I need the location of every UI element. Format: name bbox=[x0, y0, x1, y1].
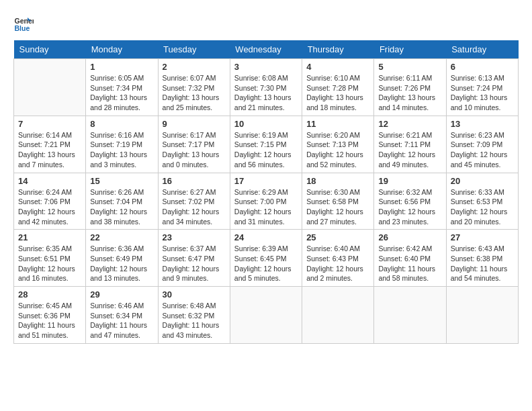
calendar-cell: 8Sunrise: 6:16 AM Sunset: 7:19 PM Daylig… bbox=[86, 116, 158, 173]
calendar-cell: 14Sunrise: 6:24 AM Sunset: 7:06 PM Dayli… bbox=[14, 173, 86, 230]
calendar-cell: 3Sunrise: 6:08 AM Sunset: 7:30 PM Daylig… bbox=[230, 59, 302, 116]
day-number: 21 bbox=[18, 232, 81, 242]
day-number: 3 bbox=[234, 62, 298, 72]
calendar-cell: 24Sunrise: 6:39 AM Sunset: 6:45 PM Dayli… bbox=[230, 230, 302, 287]
day-number: 26 bbox=[378, 232, 441, 242]
calendar-cell: 25Sunrise: 6:40 AM Sunset: 6:43 PM Dayli… bbox=[302, 230, 374, 287]
day-info: Sunrise: 6:35 AM Sunset: 6:51 PM Dayligh… bbox=[18, 244, 81, 283]
calendar-cell bbox=[446, 287, 518, 344]
day-info: Sunrise: 6:13 AM Sunset: 7:24 PM Dayligh… bbox=[451, 73, 514, 113]
day-info: Sunrise: 6:16 AM Sunset: 7:19 PM Dayligh… bbox=[90, 130, 153, 170]
calendar-cell: 23Sunrise: 6:37 AM Sunset: 6:47 PM Dayli… bbox=[158, 230, 230, 287]
day-number: 16 bbox=[163, 176, 226, 186]
day-info: Sunrise: 6:39 AM Sunset: 6:45 PM Dayligh… bbox=[234, 244, 298, 283]
day-number: 29 bbox=[90, 289, 153, 300]
calendar-cell: 19Sunrise: 6:32 AM Sunset: 6:56 PM Dayli… bbox=[374, 173, 446, 230]
calendar-cell: 27Sunrise: 6:43 AM Sunset: 6:38 PM Dayli… bbox=[446, 230, 518, 287]
calendar-table: SundayMondayTuesdayWednesdayThursdayFrid… bbox=[13, 40, 519, 344]
day-info: Sunrise: 6:24 AM Sunset: 7:06 PM Dayligh… bbox=[18, 187, 81, 227]
day-number: 14 bbox=[18, 176, 81, 186]
day-number: 30 bbox=[163, 289, 226, 300]
day-number: 17 bbox=[234, 176, 298, 186]
calendar-cell: 12Sunrise: 6:21 AM Sunset: 7:11 PM Dayli… bbox=[374, 116, 446, 173]
day-number: 11 bbox=[306, 119, 369, 129]
calendar-cell: 30Sunrise: 6:48 AM Sunset: 6:32 PM Dayli… bbox=[158, 287, 230, 344]
day-info: Sunrise: 6:43 AM Sunset: 6:38 PM Dayligh… bbox=[451, 244, 514, 283]
weekday-header: Tuesday bbox=[158, 40, 230, 59]
day-number: 19 bbox=[378, 176, 441, 186]
day-number: 20 bbox=[451, 176, 514, 186]
calendar-cell: 22Sunrise: 6:36 AM Sunset: 6:49 PM Dayli… bbox=[86, 230, 158, 287]
calendar-cell: 16Sunrise: 6:27 AM Sunset: 7:02 PM Dayli… bbox=[158, 173, 230, 230]
day-number: 22 bbox=[90, 232, 153, 242]
calendar-cell bbox=[374, 287, 446, 344]
day-info: Sunrise: 6:46 AM Sunset: 6:34 PM Dayligh… bbox=[90, 301, 153, 340]
day-info: Sunrise: 6:42 AM Sunset: 6:40 PM Dayligh… bbox=[378, 244, 441, 283]
day-number: 18 bbox=[306, 176, 369, 186]
calendar-cell: 6Sunrise: 6:13 AM Sunset: 7:24 PM Daylig… bbox=[446, 59, 518, 116]
day-number: 12 bbox=[378, 119, 441, 129]
day-info: Sunrise: 6:32 AM Sunset: 6:56 PM Dayligh… bbox=[378, 187, 441, 227]
calendar-cell: 21Sunrise: 6:35 AM Sunset: 6:51 PM Dayli… bbox=[14, 230, 86, 287]
day-number: 13 bbox=[451, 119, 514, 129]
day-number: 27 bbox=[451, 232, 514, 242]
weekday-header: Saturday bbox=[446, 40, 518, 59]
header: General Blue bbox=[13, 13, 519, 34]
calendar-cell bbox=[230, 287, 302, 344]
day-info: Sunrise: 6:26 AM Sunset: 7:04 PM Dayligh… bbox=[90, 187, 153, 227]
day-info: Sunrise: 6:45 AM Sunset: 6:36 PM Dayligh… bbox=[18, 301, 81, 340]
calendar-cell: 28Sunrise: 6:45 AM Sunset: 6:36 PM Dayli… bbox=[14, 287, 86, 344]
day-number: 28 bbox=[18, 289, 81, 300]
calendar-cell: 13Sunrise: 6:23 AM Sunset: 7:09 PM Dayli… bbox=[446, 116, 518, 173]
day-info: Sunrise: 6:07 AM Sunset: 7:32 PM Dayligh… bbox=[163, 73, 226, 113]
calendar-cell bbox=[302, 287, 374, 344]
day-info: Sunrise: 6:20 AM Sunset: 7:13 PM Dayligh… bbox=[306, 130, 369, 170]
day-number: 4 bbox=[306, 62, 369, 72]
logo: General Blue bbox=[13, 13, 36, 34]
day-info: Sunrise: 6:48 AM Sunset: 6:32 PM Dayligh… bbox=[163, 301, 226, 340]
calendar-cell: 2Sunrise: 6:07 AM Sunset: 7:32 PM Daylig… bbox=[158, 59, 230, 116]
day-number: 1 bbox=[90, 62, 153, 72]
logo-icon: General Blue bbox=[13, 13, 34, 34]
day-number: 9 bbox=[163, 119, 226, 129]
weekday-header: Thursday bbox=[302, 40, 374, 59]
day-info: Sunrise: 6:27 AM Sunset: 7:02 PM Dayligh… bbox=[163, 187, 226, 227]
calendar-cell: 1Sunrise: 6:05 AM Sunset: 7:34 PM Daylig… bbox=[86, 59, 158, 116]
weekday-header: Friday bbox=[374, 40, 446, 59]
day-number: 15 bbox=[90, 176, 153, 186]
day-number: 24 bbox=[234, 232, 298, 242]
day-info: Sunrise: 6:37 AM Sunset: 6:47 PM Dayligh… bbox=[163, 244, 226, 283]
day-number: 8 bbox=[90, 119, 153, 129]
day-info: Sunrise: 6:08 AM Sunset: 7:30 PM Dayligh… bbox=[234, 73, 298, 113]
day-info: Sunrise: 6:05 AM Sunset: 7:34 PM Dayligh… bbox=[90, 73, 153, 113]
day-info: Sunrise: 6:14 AM Sunset: 7:21 PM Dayligh… bbox=[18, 130, 81, 170]
day-number: 25 bbox=[306, 232, 369, 242]
day-info: Sunrise: 6:19 AM Sunset: 7:15 PM Dayligh… bbox=[234, 130, 298, 170]
calendar-cell: 17Sunrise: 6:29 AM Sunset: 7:00 PM Dayli… bbox=[230, 173, 302, 230]
day-info: Sunrise: 6:10 AM Sunset: 7:28 PM Dayligh… bbox=[306, 73, 369, 113]
calendar-cell: 29Sunrise: 6:46 AM Sunset: 6:34 PM Dayli… bbox=[86, 287, 158, 344]
weekday-header: Wednesday bbox=[230, 40, 302, 59]
day-info: Sunrise: 6:30 AM Sunset: 6:58 PM Dayligh… bbox=[306, 187, 369, 227]
day-info: Sunrise: 6:36 AM Sunset: 6:49 PM Dayligh… bbox=[90, 244, 153, 283]
day-number: 7 bbox=[18, 119, 81, 129]
calendar-cell: 26Sunrise: 6:42 AM Sunset: 6:40 PM Dayli… bbox=[374, 230, 446, 287]
day-info: Sunrise: 6:21 AM Sunset: 7:11 PM Dayligh… bbox=[378, 130, 441, 170]
calendar-cell: 20Sunrise: 6:33 AM Sunset: 6:53 PM Dayli… bbox=[446, 173, 518, 230]
day-number: 5 bbox=[378, 62, 441, 72]
day-info: Sunrise: 6:17 AM Sunset: 7:17 PM Dayligh… bbox=[163, 130, 226, 170]
day-info: Sunrise: 6:40 AM Sunset: 6:43 PM Dayligh… bbox=[306, 244, 369, 283]
calendar-cell: 4Sunrise: 6:10 AM Sunset: 7:28 PM Daylig… bbox=[302, 59, 374, 116]
weekday-header: Sunday bbox=[14, 40, 86, 59]
day-info: Sunrise: 6:33 AM Sunset: 6:53 PM Dayligh… bbox=[451, 187, 514, 227]
calendar-cell: 15Sunrise: 6:26 AM Sunset: 7:04 PM Dayli… bbox=[86, 173, 158, 230]
calendar-cell: 11Sunrise: 6:20 AM Sunset: 7:13 PM Dayli… bbox=[302, 116, 374, 173]
svg-text:Blue: Blue bbox=[15, 24, 30, 32]
day-number: 10 bbox=[234, 119, 298, 129]
day-info: Sunrise: 6:11 AM Sunset: 7:26 PM Dayligh… bbox=[378, 73, 441, 113]
calendar-cell: 10Sunrise: 6:19 AM Sunset: 7:15 PM Dayli… bbox=[230, 116, 302, 173]
day-info: Sunrise: 6:29 AM Sunset: 7:00 PM Dayligh… bbox=[234, 187, 298, 227]
calendar-cell: 5Sunrise: 6:11 AM Sunset: 7:26 PM Daylig… bbox=[374, 59, 446, 116]
calendar-cell: 7Sunrise: 6:14 AM Sunset: 7:21 PM Daylig… bbox=[14, 116, 86, 173]
day-number: 6 bbox=[451, 62, 514, 72]
